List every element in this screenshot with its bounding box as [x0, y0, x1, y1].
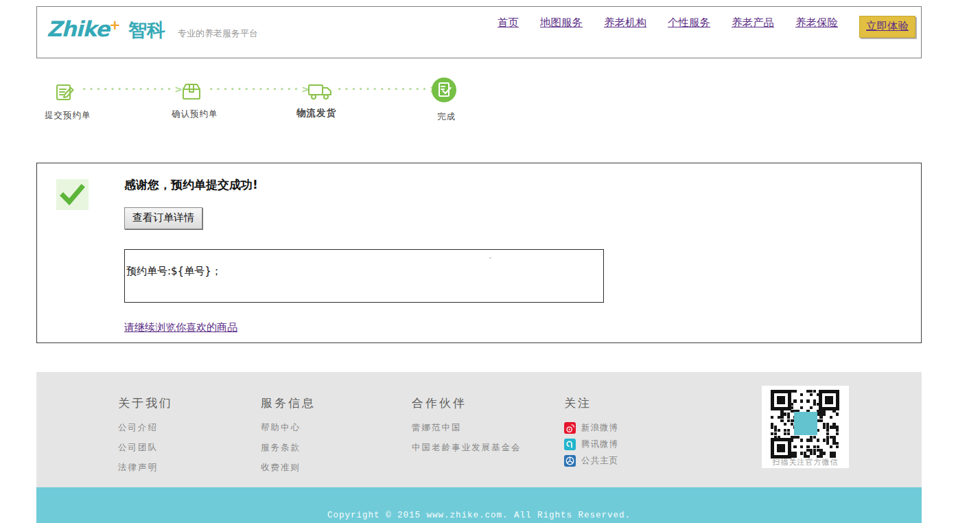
step-label-done: 完成 — [437, 111, 456, 123]
footer-link-partner-lenafan[interactable]: 蕾娜范中国 — [412, 422, 522, 434]
public-page-icon — [564, 455, 576, 467]
order-success-panel: 感谢您，预约单提交成功! 查看订单详情 预约单号:${单号}； ˅ 请继续浏览你… — [36, 163, 922, 343]
logo-tagline: 专业的养老服务平台 — [178, 28, 258, 38]
order-number-text: 预约单号:${单号}； — [126, 265, 222, 278]
copyright-line: Copyright © 2015 www.zhike.com. All Righ… — [36, 487, 922, 520]
footer-link-company-intro[interactable]: 公司介绍 — [118, 422, 173, 434]
social-public-page[interactable]: 公共主页 — [564, 455, 618, 467]
step-connector: ·············> — [338, 84, 441, 95]
done-check-icon — [431, 77, 457, 106]
footer-link-terms[interactable]: 服务条款 — [261, 442, 316, 454]
social-label: 公共主页 — [581, 455, 618, 467]
step-connector: ·············> — [82, 84, 186, 95]
footer-col-title: 服务信息 — [261, 395, 316, 411]
try-now-button[interactable]: 立即体验 — [859, 16, 915, 38]
edit-note-icon — [54, 81, 75, 106]
sina-weibo-icon — [564, 422, 576, 434]
footer-link-partner-foundation[interactable]: 中国老龄事业发展基金会 — [412, 442, 522, 454]
social-tencent-weibo[interactable]: 腾讯微博 — [564, 439, 618, 450]
footer-col-service: 服务信息 帮助中心 服务条款 收费准则 — [261, 395, 316, 482]
box-artifact-mark: ˅ — [489, 257, 492, 264]
nav-link-personal[interactable]: 个性服务 — [668, 16, 710, 30]
footer-link-legal[interactable]: 法律声明 — [118, 462, 173, 474]
footer-link-help-center[interactable]: 帮助中心 — [261, 422, 316, 434]
nav-link-home[interactable]: 首页 — [498, 16, 519, 30]
step-label-shipping: 物流发货 — [296, 107, 336, 119]
header: Zhike+ 智科 专业的养老服务平台 首页 地图服务 养老机构 个性服务 养老… — [36, 6, 922, 58]
footer-col-title: 关于我们 — [118, 395, 173, 411]
qr-finder-icon — [819, 390, 839, 410]
wechat-qr-card: 扫描关注官方微信 — [762, 386, 849, 468]
nav-link-products[interactable]: 养老产品 — [732, 16, 774, 30]
view-order-button[interactable]: 查看订单详情 — [124, 207, 202, 229]
footer-col-title: 合作伙伴 — [412, 395, 522, 411]
footer-link-company-team[interactable]: 公司团队 — [118, 442, 173, 454]
nav-link-insurance[interactable]: 养老保险 — [795, 16, 838, 30]
social-label: 腾讯微博 — [581, 439, 618, 450]
order-progress-steps: ·············> ·············> ··········… — [36, 75, 922, 134]
copyright-bar: Copyright © 2015 www.zhike.com. All Righ… — [36, 487, 922, 523]
footer-link-fees[interactable]: 收费准则 — [261, 462, 316, 474]
logo-text-en: Zhike — [47, 16, 109, 41]
step-label-confirm: 确认预约单 — [172, 108, 218, 120]
success-title: 感谢您，预约单提交成功! — [124, 177, 258, 193]
truck-icon — [307, 82, 332, 104]
logo: Zhike+ 智科 专业的养老服务平台 — [47, 16, 258, 43]
continue-shopping-link[interactable]: 请继续浏览你喜欢的商品 — [124, 321, 237, 334]
tencent-weibo-icon — [564, 439, 576, 450]
step-connector: ·············> — [209, 84, 313, 95]
footer: 关于我们 公司介绍 公司团队 法律声明 服务信息 帮助中心 服务条款 收费准则 … — [36, 372, 922, 487]
nav-link-map[interactable]: 地图服务 — [540, 16, 583, 30]
logo-plus: + — [109, 16, 120, 33]
package-icon — [180, 81, 202, 106]
qr-center-logo — [794, 412, 817, 435]
qr-finder-icon — [771, 438, 791, 458]
footer-col-title: 关注 — [564, 395, 618, 411]
social-label: 新浪微博 — [581, 422, 618, 434]
order-number-box[interactable]: 预约单号:${单号}； ˅ — [124, 249, 604, 303]
step-label-submit: 提交预约单 — [45, 110, 91, 121]
nav-link-agency[interactable]: 养老机构 — [604, 16, 646, 30]
footer-col-partners: 合作伙伴 蕾娜范中国 中国老龄事业发展基金会 — [412, 395, 522, 462]
logo-text-cn: 智科 — [128, 19, 165, 40]
main-nav: 首页 地图服务 养老机构 个性服务 养老产品 养老保险 立即体验 — [476, 16, 915, 38]
qr-finder-icon — [771, 390, 791, 410]
qr-code — [771, 390, 839, 458]
footer-col-follow: 关注 新浪微博 腾讯微博 — [564, 395, 618, 472]
success-check-icon — [56, 179, 89, 210]
footer-col-about: 关于我们 公司介绍 公司团队 法律声明 — [118, 395, 173, 482]
qr-caption: 扫描关注官方微信 — [762, 457, 849, 467]
page-container: Zhike+ 智科 专业的养老服务平台 首页 地图服务 养老机构 个性服务 养老… — [36, 6, 922, 523]
social-sina-weibo[interactable]: 新浪微博 — [564, 422, 618, 434]
